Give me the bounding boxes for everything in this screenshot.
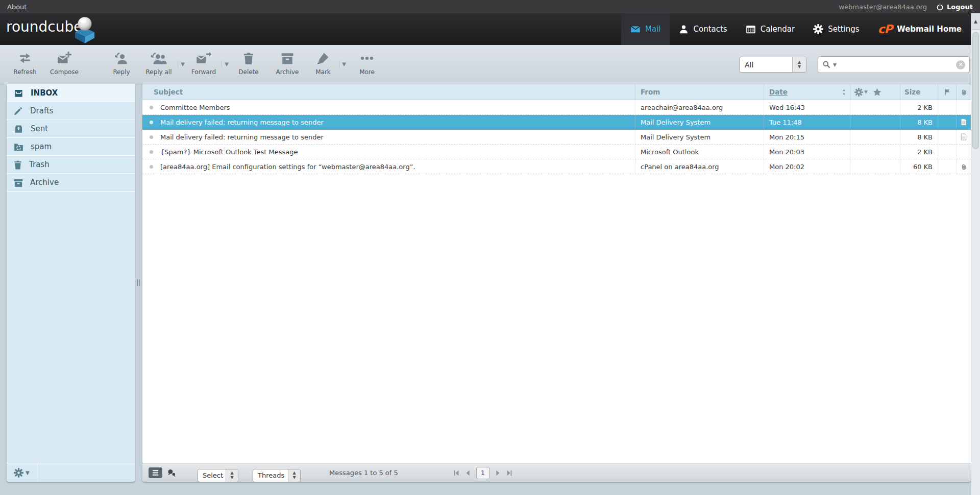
column-header-flag[interactable] [938, 84, 956, 100]
compose-label: Compose [50, 68, 79, 76]
main-nav: Mail Contacts Calendar Settings cP Webma… [621, 13, 971, 45]
message-status-dot[interactable] [150, 165, 153, 169]
scrollbar-up-button[interactable]: ▲ [971, 13, 980, 30]
column-header-subject[interactable]: Subject [142, 84, 635, 100]
list-options-gear-icon[interactable]: ▼ [854, 88, 868, 97]
page-number-input[interactable]: 1 [476, 467, 489, 479]
mark-button[interactable]: Mark ▼ [308, 50, 346, 80]
column-header-from[interactable]: From [635, 84, 764, 100]
forward-button[interactable]: Forward ▼ [187, 50, 229, 80]
column-header-options: ▼ [850, 84, 900, 100]
about-link[interactable]: About [7, 3, 27, 11]
compose-button[interactable]: Compose [46, 50, 82, 80]
reply-icon [114, 50, 129, 67]
search-input[interactable] [839, 61, 954, 69]
archive-button[interactable]: Archive [270, 50, 305, 80]
threads-dropdown[interactable]: Threads ▲▼ [253, 469, 301, 482]
logout-button[interactable]: Logout [936, 3, 973, 11]
message-date: Wed 16:43 [764, 100, 850, 114]
column-header-size[interactable]: Size [900, 84, 938, 100]
nav-tab-mail-label: Mail [645, 25, 660, 34]
threads-dropdown-value: Threads [253, 472, 284, 479]
gear-icon [14, 468, 23, 478]
nav-tab-webmail-home[interactable]: cP Webmail Home [869, 13, 971, 45]
sidebar-item-trash[interactable]: Trash [7, 156, 135, 174]
page-scrollbar[interactable]: ▲ [971, 13, 980, 495]
list-mode-button[interactable] [149, 467, 162, 478]
column-header-attachment[interactable] [956, 84, 971, 100]
reply-all-dropdown-caret[interactable]: ▼ [178, 61, 186, 68]
delete-button[interactable]: Delete [231, 50, 266, 80]
refresh-button[interactable]: Refresh [7, 50, 43, 80]
reply-all-button[interactable]: Reply all ▼ [141, 50, 185, 80]
sidebar-item-archive[interactable]: Archive [7, 174, 135, 192]
folder-options-button[interactable]: ▼ [7, 463, 37, 482]
nav-tab-settings[interactable]: Settings [804, 13, 869, 45]
roundcube-logo-cube-icon [71, 14, 98, 44]
reply-label: Reply [113, 68, 130, 76]
more-label: More [359, 68, 375, 76]
mark-dropdown-caret[interactable]: ▼ [339, 61, 347, 68]
sort-updown-icon[interactable] [841, 88, 847, 96]
document-attachment-icon [961, 119, 967, 126]
search-clear-icon[interactable]: ✕ [956, 60, 965, 69]
nav-tab-webmail-home-label: Webmail Home [897, 25, 962, 34]
app-header: roundcube Mail Contacts Calendar Setting… [0, 13, 980, 45]
power-icon [936, 3, 944, 11]
nav-tab-contacts[interactable]: Contacts [670, 13, 736, 45]
flagged-column-star-icon[interactable] [873, 88, 881, 97]
reply-button[interactable]: Reply [104, 50, 139, 80]
nav-tab-mail[interactable]: Mail [621, 13, 670, 45]
page-first-button[interactable] [453, 469, 460, 477]
message-status-dot[interactable] [150, 150, 153, 154]
message-row[interactable]: Committee Members areachair@area84aa.org… [142, 100, 971, 115]
message-status-dot[interactable] [150, 121, 153, 124]
person-icon [679, 25, 689, 34]
forward-icon [195, 50, 212, 67]
nav-tab-contacts-label: Contacts [693, 25, 727, 34]
message-row-selected[interactable]: Mail delivery failed: returning message … [142, 115, 971, 130]
message-from: cPanel on area84aa.org [635, 159, 764, 174]
page-last-button[interactable] [506, 469, 513, 477]
sent-icon [13, 124, 24, 134]
mail-toolbar: Refresh Compose Reply Reply all ▼ Forwar… [0, 45, 980, 84]
sidebar-item-spam[interactable]: spam [7, 138, 135, 156]
chevron-down-icon: ▼ [26, 470, 30, 476]
search-options-caret[interactable]: ▼ [833, 62, 837, 67]
message-size: 8 KB [900, 115, 938, 129]
message-date: Tue 11:48 [764, 115, 850, 129]
threads-spinner-icon: ▲▼ [288, 469, 300, 482]
mail-icon [630, 24, 641, 34]
sidebar-item-inbox[interactable]: INBOX [7, 84, 135, 102]
message-from: areachair@area84aa.org [635, 100, 764, 114]
page-next-button[interactable] [494, 469, 501, 477]
threads-toggle-icon[interactable] [167, 468, 176, 477]
message-row[interactable]: {Spam?} Microsoft Outlook Test Message M… [142, 145, 971, 159]
archive-icon [281, 50, 294, 67]
sidebar-item-inbox-label: INBOX [31, 88, 58, 98]
message-size: 8 KB [900, 130, 938, 144]
about-bar: About webmaster@area84aa.org Logout [0, 0, 980, 13]
message-row[interactable]: [area84aa.org] Email configuration setti… [142, 159, 971, 174]
forward-dropdown-caret[interactable]: ▼ [222, 61, 230, 68]
scrollbar-thumb[interactable] [972, 32, 979, 149]
message-row[interactable]: Mail delivery failed: returning message … [142, 130, 971, 145]
trash-icon [13, 160, 22, 170]
page-prev-button[interactable] [464, 469, 472, 477]
sidebar-item-drafts-label: Drafts [30, 106, 54, 115]
message-subject: Mail delivery failed: returning message … [160, 133, 324, 141]
more-button[interactable]: More [349, 50, 385, 80]
message-status-dot[interactable] [150, 135, 153, 139]
message-status-dot[interactable] [150, 106, 153, 109]
paperclip-icon [961, 88, 967, 96]
panel-splitter[interactable] [135, 84, 142, 482]
flag-icon [944, 88, 951, 96]
sidebar-item-drafts[interactable]: Drafts [7, 102, 135, 120]
nav-tab-calendar[interactable]: Calendar [737, 13, 804, 45]
search-scope-select[interactable]: All ▲▼ [739, 57, 806, 73]
delete-label: Delete [238, 68, 258, 76]
column-header-date[interactable]: Date [764, 84, 850, 100]
sidebar-item-sent[interactable]: Sent [7, 120, 135, 138]
forward-label: Forward [191, 68, 216, 76]
select-dropdown[interactable]: Select ▲▼ [198, 469, 238, 482]
